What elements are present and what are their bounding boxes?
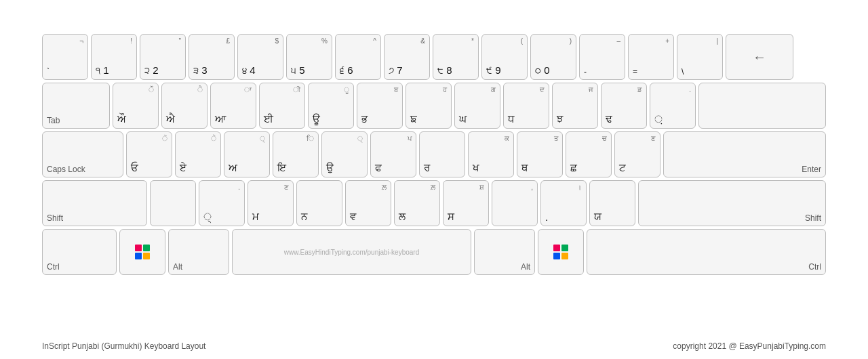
key-u[interactable]: ਹ ਙ xyxy=(406,83,452,129)
key-v[interactable]: ਲ਼ ਵ xyxy=(345,180,391,226)
key-period[interactable]: ਯ xyxy=(589,180,635,226)
key-j[interactable]: ਰ xyxy=(419,131,465,177)
ctrl-right-key[interactable]: Ctrl xyxy=(587,229,826,275)
key-r[interactable]: ੀ ਈ xyxy=(259,83,305,129)
key-m[interactable]: , xyxy=(492,180,538,226)
alt-right-label: Alt xyxy=(521,262,530,272)
key-pipe[interactable]: | \ xyxy=(677,34,723,80)
row-4: Shift . ੍ ਣ ਮ ਨ ਲ਼ ਵ xyxy=(42,180,826,226)
enter-label: Enter xyxy=(802,165,821,174)
key-backtick[interactable]: ¬ ` xyxy=(42,34,88,80)
keyboard: ¬ ` ! ੧ 1 " ੨ 2 £ ੩ 3 xyxy=(42,34,826,278)
key-comma[interactable]: । . xyxy=(540,180,587,226)
key-i[interactable]: ਗ ਘ xyxy=(454,83,500,129)
space-key[interactable]: www.EasyHindiTyping.com/punjabi-keyboard xyxy=(232,229,471,275)
alt-left-key[interactable]: Alt xyxy=(168,229,229,275)
key-4[interactable]: $ ੪ 4 xyxy=(237,34,283,80)
space-label: www.EasyHindiTyping.com/punjabi-keyboard xyxy=(284,249,420,256)
key-y[interactable]: ਬ ਭ xyxy=(357,83,403,129)
key-2[interactable]: " ੨ 2 xyxy=(140,34,186,80)
key-p[interactable]: ਜ ਝ xyxy=(552,83,598,129)
key-c[interactable]: ਨ xyxy=(296,180,342,226)
key-5[interactable]: % ੫ 5 xyxy=(286,34,332,80)
key-6[interactable]: ^ ੬ 6 xyxy=(335,34,381,80)
key-b[interactable]: ਲ਼ ਲ xyxy=(394,180,440,226)
key-9[interactable]: ( ੯ 9 xyxy=(481,34,528,80)
caps-lock-label: Caps Lock xyxy=(47,165,85,174)
row-5: Ctrl Alt www.EasyHindiTyping.com/punjabi… xyxy=(42,229,826,275)
backspace-key[interactable]: ← xyxy=(726,34,793,80)
ctrl-left-label: Ctrl xyxy=(47,262,60,272)
key-t[interactable]: ੂ ਊ xyxy=(308,83,354,129)
tab-key[interactable]: Tab xyxy=(42,83,110,129)
backspace-icon: ← xyxy=(753,49,766,65)
key-row4-extra[interactable] xyxy=(150,180,196,226)
key-1[interactable]: ! ੧ 1 xyxy=(91,34,137,80)
alt-right-key[interactable]: Alt xyxy=(474,229,535,275)
win-left-logo xyxy=(135,245,150,259)
win-left-key[interactable] xyxy=(119,229,165,275)
keyboard-title: InScript Punjabi (Gurmukhi) Keyboard Lay… xyxy=(42,341,205,351)
row-1: ¬ ` ! ੧ 1 " ੨ 2 £ ੩ 3 xyxy=(42,34,826,80)
shift-right-label: Shift xyxy=(805,213,821,223)
key-0[interactable]: ) ੦ 0 xyxy=(530,34,576,80)
key-row2-last[interactable] xyxy=(698,83,826,129)
caps-lock-key[interactable]: Caps Lock xyxy=(42,131,123,177)
ctrl-right-label: Ctrl xyxy=(808,262,821,272)
key-bracket-l[interactable]: ਡ ਢ xyxy=(601,83,647,129)
key-semicolon[interactable]: ਚ ਛ xyxy=(566,131,612,177)
key-h[interactable]: ਪ ਫ xyxy=(370,131,416,177)
key-f[interactable]: ਿ ਇ xyxy=(273,131,319,177)
key-a[interactable]: ੋ ਓ xyxy=(126,131,172,177)
key-x[interactable]: ਣ ਮ xyxy=(248,180,294,226)
key-8[interactable]: * ੮ 8 xyxy=(433,34,479,80)
key-g[interactable]: ੍ ਉ xyxy=(321,131,368,177)
shift-left-label: Shift xyxy=(47,213,63,223)
key-z[interactable]: . ੍ xyxy=(199,180,245,226)
key-q[interactable]: ੌ ਔ xyxy=(113,83,159,129)
key-equals[interactable]: + = xyxy=(628,34,674,80)
shift-right-key[interactable]: Shift xyxy=(638,180,826,226)
enter-key[interactable]: Enter xyxy=(663,131,826,177)
copyright: copyright 2021 @ EasyPunjabiTyping.com xyxy=(673,341,826,351)
key-s[interactable]: ੇ ਏ xyxy=(175,131,221,177)
row-3: Caps Lock ੋ ਓ ੇ ਏ ੍ ਅ ਿ ਇ xyxy=(42,131,826,177)
ctrl-left-key[interactable]: Ctrl xyxy=(42,229,117,275)
key-bracket-r[interactable]: . ਼ xyxy=(650,83,696,129)
shift-left-key[interactable]: Shift xyxy=(42,180,147,226)
key-e[interactable]: ਾ ਆ xyxy=(210,83,256,129)
row-2: Tab ੌ ਔ ੈ ਐ ਾ ਆ ੀ ਈ xyxy=(42,83,826,129)
key-3[interactable]: £ ੩ 3 xyxy=(189,34,235,80)
key-n[interactable]: ਸ਼ ਸ xyxy=(443,180,489,226)
key-o[interactable]: ਦ ਧ xyxy=(503,83,549,129)
key-7[interactable]: & ੭ 7 xyxy=(384,34,430,80)
footer: InScript Punjabi (Gurmukhi) Keyboard Lay… xyxy=(42,341,826,351)
win-right-key[interactable] xyxy=(538,229,584,275)
key-w[interactable]: ੈ ਐ xyxy=(161,83,208,129)
alt-left-label: Alt xyxy=(173,262,182,272)
key-minus[interactable]: – - xyxy=(579,34,625,80)
key-d[interactable]: ੍ ਅ xyxy=(224,131,270,177)
key-quote[interactable]: ਣ ਟ xyxy=(614,131,660,177)
tab-label: Tab xyxy=(47,116,60,125)
key-k[interactable]: ਕ ਖ xyxy=(468,131,514,177)
win-right-logo xyxy=(553,245,568,259)
key-l[interactable]: ਤ ਥ xyxy=(517,131,563,177)
